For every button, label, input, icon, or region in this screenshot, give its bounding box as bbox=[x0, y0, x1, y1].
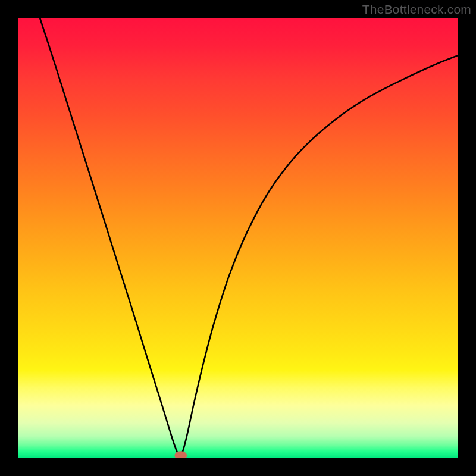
gradient-background bbox=[18, 18, 458, 458]
chart-stage: TheBottleneck.com bbox=[0, 0, 476, 476]
watermark-text: TheBottleneck.com bbox=[362, 2, 471, 17]
chart-svg bbox=[18, 18, 458, 458]
plot-area bbox=[18, 18, 458, 458]
